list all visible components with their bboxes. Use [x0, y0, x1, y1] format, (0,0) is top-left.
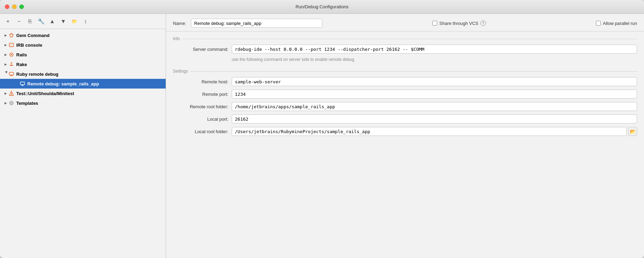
sort-button[interactable]: ↕: [81, 17, 90, 26]
vcs-checkbox[interactable]: [432, 21, 437, 26]
rake-icon: [8, 61, 15, 67]
local-port-row: Local port:: [173, 114, 637, 123]
vcs-checkbox-group: Share through VCS ?: [432, 20, 486, 26]
move-down-button[interactable]: ▼: [59, 17, 68, 26]
tree-item-templates[interactable]: ▶ Templates: [0, 98, 166, 108]
server-command-label: Server command:: [173, 47, 228, 52]
toolbar: + − ⎘ 🔧 ▲ ▼: [0, 14, 166, 29]
up-arrow-icon: ▲: [49, 18, 55, 25]
svg-rect-13: [20, 82, 25, 85]
ruby-remote-debug-icon: [8, 71, 15, 77]
remote-host-label: Remote host:: [173, 79, 228, 84]
settings-button[interactable]: 🔧: [37, 17, 46, 26]
add-icon: +: [6, 18, 9, 25]
svg-point-18: [11, 94, 12, 95]
local-root-folder-label: Local root folder:: [173, 129, 228, 134]
remote-port-row: Remote port:: [173, 90, 637, 99]
local-root-folder-row: Local root folder: 📂: [173, 127, 637, 136]
remote-port-label: Remote port:: [173, 92, 228, 97]
settings-section: Settings Remote host: Remote port:: [173, 69, 637, 136]
tree-label-test-unit: Test::Unit/Shoulda/Minitest: [16, 91, 74, 96]
folder-button[interactable]: 📁: [70, 17, 79, 26]
move-up-button[interactable]: ▲: [48, 17, 57, 26]
tree-item-rake[interactable]: ▶ Rake: [0, 59, 166, 69]
local-root-folder-input[interactable]: [232, 127, 627, 136]
remote-root-folder-input[interactable]: [232, 102, 637, 111]
tree-toggle-remote-debug: [14, 81, 19, 86]
tree-toggle-rake: ▶: [3, 62, 8, 67]
svg-marker-0: [10, 33, 13, 37]
local-root-folder-field-group: 📂: [232, 127, 637, 136]
down-arrow-icon: ▼: [61, 18, 66, 25]
left-column: + − ⎘ 🔧 ▲ ▼: [0, 14, 166, 258]
traffic-lights: [5, 4, 24, 9]
tree-item-gem-command[interactable]: ▶ Gem Command: [0, 30, 166, 40]
remote-port-input[interactable]: [232, 90, 637, 99]
parallel-label: Allow parallel run: [603, 21, 637, 26]
name-field-label: Name:: [173, 21, 186, 26]
server-command-row: Server command: rdebug-ide --host 0.0.0.…: [173, 45, 637, 54]
test-unit-icon: [8, 90, 15, 96]
templates-icon: [8, 100, 15, 106]
tree-toggle-test-unit: ▶: [3, 91, 8, 96]
maximize-button[interactable]: [19, 4, 24, 9]
tree-label-gem-command: Gem Command: [16, 33, 49, 38]
wrench-icon: 🔧: [38, 18, 45, 25]
tree-toggle-rails: ▶: [3, 52, 8, 57]
rails-icon: [8, 52, 15, 58]
parallel-checkbox[interactable]: [596, 21, 601, 26]
tree-label-irb-console: IRB console: [16, 43, 42, 48]
config-name-header: Name: Share through VCS ? Allow parallel…: [166, 14, 644, 31]
local-port-label: Local port:: [173, 117, 228, 122]
copy-button[interactable]: ⎘: [26, 17, 35, 26]
tree-item-ruby-remote-debug[interactable]: ▶ Ruby remote debug: [0, 69, 166, 79]
svg-point-5: [11, 54, 12, 55]
browse-button[interactable]: 📂: [628, 127, 637, 136]
tree-item-rails[interactable]: ▶ Rails: [0, 50, 166, 59]
vcs-label: Share through VCS: [439, 21, 478, 26]
gem-command-icon: [8, 32, 15, 38]
tree-toggle-irb: ▶: [3, 42, 8, 48]
sort-icon: ↕: [84, 18, 87, 25]
remote-host-input[interactable]: [232, 77, 637, 86]
tree-item-remote-debug-sample[interactable]: Remote debug: sample_rails_app: [0, 79, 166, 89]
parallel-checkbox-group: Allow parallel run: [596, 21, 637, 26]
titlebar: Run/Debug Configurations: [0, 0, 644, 14]
browse-icon: 📂: [630, 129, 636, 134]
right-body: Info Server command: rdebug-ide --host 0…: [166, 31, 644, 258]
remote-root-folder-row: Remote root folder:: [173, 102, 637, 111]
info-section-title: Info: [173, 36, 637, 41]
minimize-button[interactable]: [12, 4, 17, 9]
right-panel: Name: Share through VCS ? Allow parallel…: [166, 14, 644, 258]
info-section: Info Server command: rdebug-ide --host 0…: [173, 36, 637, 62]
remove-button[interactable]: −: [15, 17, 24, 26]
tree-area: ▶ Gem Command ▶ >_ IRB console: [0, 29, 166, 258]
folder-icon: 📁: [72, 19, 77, 24]
remote-host-row: Remote host:: [173, 77, 637, 86]
tree-label-rake: Rake: [16, 62, 27, 67]
window-title: Run/Debug Configurations: [295, 4, 348, 9]
tree-label-remote-debug-sample: Remote debug: sample_rails_app: [27, 81, 99, 86]
svg-rect-6: [10, 65, 13, 66]
tree-label-rails: Rails: [16, 52, 27, 57]
window-body: + − ⎘ 🔧 ▲ ▼: [0, 14, 644, 258]
add-button[interactable]: +: [3, 17, 12, 26]
tree-item-test-unit[interactable]: ▶ Test::Unit/Shoulda/Minitest: [0, 89, 166, 98]
remote-root-folder-label: Remote root folder:: [173, 104, 228, 109]
vcs-help-icon[interactable]: ?: [480, 20, 486, 26]
copy-icon: ⎘: [28, 18, 32, 25]
tree-label-templates: Templates: [16, 101, 38, 106]
run-debug-config-window: Run/Debug Configurations + − ⎘: [0, 0, 644, 258]
local-port-input[interactable]: [232, 114, 637, 123]
svg-rect-10: [9, 72, 13, 75]
close-button[interactable]: [5, 4, 9, 9]
remove-icon: −: [17, 18, 20, 25]
server-command-hint: use the following command on server side…: [173, 57, 637, 62]
tree-item-irb-console[interactable]: ▶ >_ IRB console: [0, 40, 166, 50]
server-command-value: rdebug-ide --host 0.0.0.0 --port 1234 --…: [232, 45, 637, 54]
name-field-input[interactable]: [191, 19, 322, 28]
tree-toggle-templates: ▶: [3, 100, 8, 106]
tree-label-ruby-remote-debug: Ruby remote debug: [16, 72, 58, 77]
panel-row: + − ⎘ 🔧 ▲ ▼: [0, 14, 644, 258]
svg-text:>_: >_: [10, 44, 13, 47]
